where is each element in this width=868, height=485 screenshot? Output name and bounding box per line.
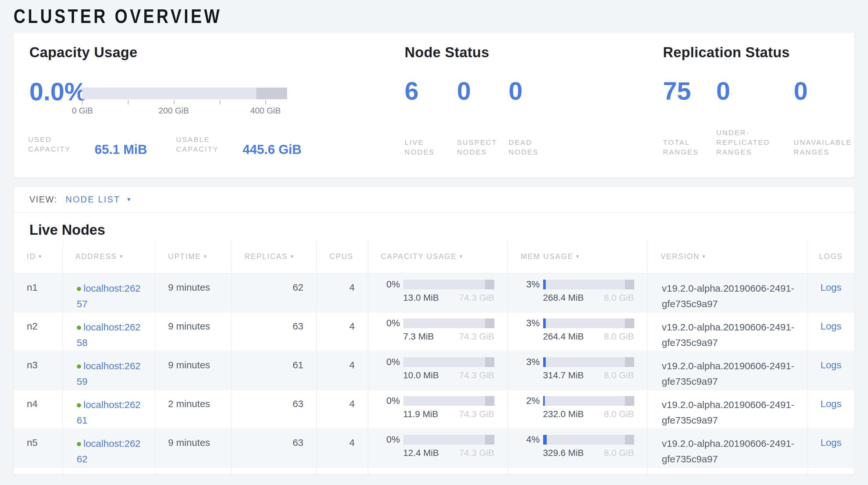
total-ranges-value: 75 — [663, 78, 716, 104]
mem-meter — [543, 357, 634, 367]
column-header-uptime[interactable]: UPTIME▼ — [155, 240, 231, 273]
node-version: v19.2.0-alpha.20190606-2491-gfe735c9a97 — [662, 397, 804, 428]
column-header-label: CPUS — [330, 252, 353, 261]
node-address-link[interactable]: localhost:26257 — [77, 283, 141, 309]
mem-used-value: 268.4 MiB — [543, 293, 584, 303]
node-address-cell — [62, 467, 155, 474]
capacity-usage-cell — [368, 467, 507, 474]
unavailable-ranges-stat: 0 UNAVAILABLE RANGES — [794, 78, 868, 157]
meter-reserved-segment — [485, 435, 494, 445]
column-header-label: ADDRESS — [75, 252, 117, 261]
column-header-label: MEM USAGE — [521, 252, 574, 261]
column-header-version[interactable]: VERSION▼ — [647, 240, 808, 273]
column-header-id[interactable]: ID▼ — [14, 240, 62, 273]
node-uptime: 9 minutes — [155, 351, 231, 390]
logs-link[interactable]: Logs — [820, 360, 841, 370]
table-row: n4 localhost:26261 2 minutes 63 4 0% 11.… — [14, 390, 854, 428]
node-version-cell: v19.2.0-alpha.20190606-2491-gfe735c9a97 — [647, 273, 808, 312]
suspect-nodes-value: 0 — [457, 78, 508, 104]
meter-reserved-segment — [485, 280, 494, 289]
sort-desc-icon: ▼ — [702, 254, 707, 259]
logs-cell: Logs — [808, 390, 854, 428]
chevron-down-icon: ▼ — [126, 197, 132, 202]
view-label: VIEW: — [29, 195, 57, 205]
mem-used-value: 264.4 MiB — [543, 332, 584, 342]
sort-desc-icon: ▼ — [459, 254, 464, 259]
node-version-cell: v19.2.0-alpha.20190606-2491-gfe735c9a97 — [647, 351, 808, 390]
node-address-link[interactable]: localhost:26262 — [77, 438, 141, 464]
node-address-link[interactable]: localhost:26258 — [77, 322, 141, 348]
logs-link[interactable]: Logs — [820, 437, 841, 448]
view-selector-dropdown[interactable]: NODE LIST ▼ — [66, 195, 131, 205]
node-uptime: 9 minutes — [155, 273, 231, 312]
view-selected-value: NODE LIST — [66, 195, 120, 205]
node-version-cell: v19.2.0-alpha.20190606-2491-gfe735c9a97 — [647, 390, 808, 428]
column-header-capacity-usage[interactable]: CAPACITY USAGE▼ — [368, 240, 507, 273]
meter-reserved-segment — [485, 357, 494, 367]
node-cpus: 4 — [316, 351, 368, 390]
axis-label: 0 GiB — [72, 106, 93, 116]
column-header-replicas[interactable]: REPLICAS▼ — [231, 240, 316, 273]
capacity-used-value: 7.3 MiB — [403, 332, 434, 342]
node-cpus: 4 — [316, 273, 368, 312]
used-capacity-stat: USED CAPACITY 65.1 MiB — [28, 135, 147, 154]
column-header-label: VERSION — [661, 252, 700, 261]
used-capacity-value: 65.1 MiB — [95, 144, 147, 155]
node-address-link[interactable]: localhost:26259 — [77, 361, 141, 387]
node-status-heading: Node Status — [405, 44, 489, 60]
suspect-nodes-stat: 0 SUSPECT NODES — [457, 78, 508, 157]
capacity-percent: 0% — [386, 318, 400, 329]
node-id: n2 — [14, 312, 62, 351]
unavailable-ranges-value: 0 — [794, 78, 868, 104]
capacity-stats: USED CAPACITY 65.1 MiB USABLE CAPACITY 4… — [28, 135, 302, 154]
logs-link[interactable]: Logs — [820, 321, 841, 332]
node-id: n5 — [14, 428, 62, 467]
capacity-usage-cell: 0% 10.0 MiB74.3 GiB — [368, 351, 507, 390]
mem-total-value: 8.0 GiB — [604, 409, 634, 419]
logs-link[interactable]: Logs — [820, 282, 841, 293]
node-status-stats: 6 LIVE NODES 0 SUSPECT NODES 0 DEAD NODE… — [405, 78, 554, 157]
dead-nodes-value: 0 — [508, 78, 554, 104]
axis-label: 400 GiB — [250, 106, 281, 116]
table-row: n2 localhost:26258 9 minutes 63 4 0% 7.3… — [14, 312, 854, 351]
view-bar: VIEW: NODE LIST ▼ — [14, 187, 854, 212]
used-capacity-label: USED CAPACITY — [28, 135, 91, 154]
meter-reserved-segment — [625, 280, 634, 289]
under-replicated-ranges-label: UNDER-REPLICATED RANGES — [716, 128, 782, 157]
node-id: n4 — [14, 390, 62, 428]
table-row: n5 localhost:26262 9 minutes 63 4 0% 12.… — [14, 428, 854, 467]
node-uptime — [155, 467, 231, 474]
node-version: v19.2.0-alpha.20190606-2491-gfe735c9a97 — [662, 436, 804, 467]
live-status-dot — [77, 364, 81, 369]
capacity-usage-bar: 0 GiB 200 GiB 400 GiB — [82, 88, 287, 114]
node-version-cell — [647, 467, 808, 474]
node-uptime: 2 minutes — [155, 390, 231, 428]
logs-link[interactable]: Logs — [820, 398, 841, 409]
column-header-mem-usage[interactable]: MEM USAGE▼ — [507, 240, 647, 273]
column-header-address[interactable]: ADDRESS▼ — [62, 240, 155, 273]
mem-usage-cell: 3% 314.7 MiB8.0 GiB — [507, 351, 647, 390]
column-header-label: CAPACITY USAGE — [381, 252, 457, 261]
node-version: v19.2.0-alpha.20190606-2491-gfe735c9a97 — [662, 281, 804, 312]
mem-usage-cell: 4% 329.6 MiB8.0 GiB — [507, 428, 647, 467]
mem-meter — [543, 435, 634, 445]
meter-reserved-segment — [625, 396, 634, 406]
axis-label: 200 GiB — [159, 106, 189, 116]
capacity-usage-section: Capacity Usage 0.0% 0 GiB 200 GiB 400 Gi… — [29, 33, 378, 177]
node-address-link[interactable]: localhost:26261 — [77, 399, 141, 426]
capacity-bar-track — [82, 88, 287, 99]
mem-usage-cell: 3% 264.4 MiB8.0 GiB — [507, 312, 647, 351]
capacity-total-value: 74.3 GiB — [459, 409, 494, 419]
live-nodes-label: LIVE NODES — [405, 138, 450, 157]
capacity-used-value: 12.4 MiB — [403, 448, 439, 458]
capacity-usage-cell: 0% 12.4 MiB74.3 GiB — [368, 428, 507, 467]
capacity-percent: 0% — [386, 279, 400, 290]
capacity-percent: 0% — [386, 395, 400, 406]
logs-cell: Logs — [808, 428, 854, 467]
node-address-cell: localhost:26262 — [62, 428, 155, 467]
node-replicas: 61 — [231, 351, 316, 390]
sort-desc-icon: ▼ — [290, 254, 295, 259]
mem-used-value: 232.0 MiB — [543, 409, 584, 419]
under-replicated-ranges-stat: 0 UNDER-REPLICATED RANGES — [716, 78, 794, 157]
node-cpus: 4 — [316, 428, 368, 467]
